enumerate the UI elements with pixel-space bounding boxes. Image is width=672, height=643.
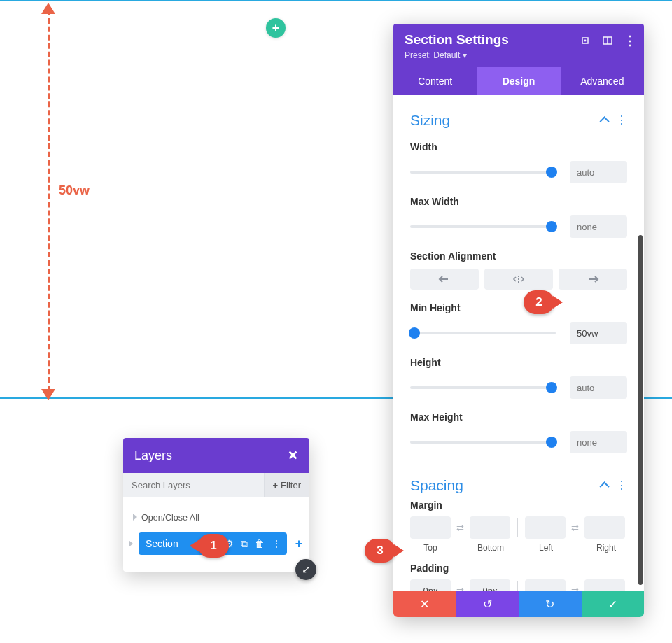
min-height-label: Min Height — [410, 302, 627, 313]
padding-bottom-input[interactable] — [470, 579, 510, 591]
filter-button[interactable]: +Filter — [264, 473, 309, 497]
side-bottom: Bottom — [470, 543, 511, 553]
resize-handle[interactable]: ⤢ — [295, 559, 316, 580]
dimension-line — [48, 10, 50, 391]
panel-footer: ✕ ↺ ↻ ✓ — [393, 591, 644, 617]
more-icon[interactable]: ⋮ — [272, 538, 281, 550]
link-icon[interactable]: ⇄ — [570, 586, 580, 591]
section-settings-panel: Section Settings Preset: Default ▾ ⋮ Con… — [393, 24, 644, 617]
slider-thumb[interactable] — [546, 167, 557, 178]
more-icon[interactable]: ⋮ — [624, 35, 636, 46]
filter-label: Filter — [281, 480, 301, 490]
section-more-icon[interactable]: ⋮ — [616, 480, 627, 491]
padding-right-input[interactable] — [584, 579, 625, 591]
height-slider[interactable] — [410, 386, 556, 389]
height-label: Height — [410, 357, 627, 368]
layers-search-input[interactable] — [123, 473, 264, 497]
min-height-input[interactable] — [570, 322, 627, 344]
max-height-input[interactable] — [570, 431, 627, 453]
layers-title: Layers — [134, 448, 172, 463]
margin-left-input[interactable] — [525, 516, 566, 539]
max-width-label: Max Width — [410, 196, 627, 207]
slider-thumb[interactable] — [546, 221, 557, 232]
min-height-slider[interactable] — [410, 332, 556, 334]
duplicate-icon[interactable]: ⧉ — [241, 538, 248, 550]
margin-bottom-input[interactable] — [470, 516, 510, 539]
side-top: Top — [410, 543, 451, 553]
slider-thumb[interactable] — [546, 437, 557, 448]
cancel-button[interactable]: ✕ — [393, 591, 456, 617]
arrowhead-up-icon — [41, 3, 55, 14]
align-center-button[interactable] — [484, 269, 553, 290]
spacing-heading[interactable]: Spacing — [410, 477, 463, 494]
link-icon[interactable]: ⇄ — [570, 523, 580, 533]
align-right-button[interactable] — [559, 269, 627, 290]
margin-top-input[interactable] — [410, 516, 451, 539]
align-left-button[interactable] — [410, 269, 479, 290]
callout-1: 1 — [198, 534, 229, 558]
confirm-button[interactable]: ✓ — [582, 591, 645, 617]
collapse-icon[interactable] — [602, 115, 609, 126]
panel-preset[interactable]: Preset: Default ▾ — [405, 50, 633, 60]
layers-header[interactable]: Layers ✕ — [123, 438, 309, 473]
callout-3: 3 — [365, 539, 396, 563]
tab-design[interactable]: Design — [477, 67, 560, 95]
callout-2: 2 — [524, 290, 554, 314]
triangle-icon — [133, 513, 137, 523]
slider-thumb[interactable] — [409, 327, 420, 339]
max-width-input[interactable] — [570, 215, 627, 238]
columns-icon[interactable] — [602, 35, 613, 46]
open-close-label: Open/Close All — [141, 513, 200, 523]
link-icon[interactable]: ⇄ — [455, 523, 465, 533]
expand-icon[interactable] — [580, 35, 591, 46]
padding-top-input[interactable] — [410, 579, 451, 591]
svg-point-1 — [584, 40, 587, 42]
redo-button[interactable]: ↻ — [519, 591, 582, 617]
sizing-heading[interactable]: Sizing — [410, 112, 450, 129]
open-close-all[interactable]: Open/Close All — [127, 509, 305, 532]
max-width-slider[interactable] — [410, 225, 556, 228]
panel-tabs: Content Design Advanced — [393, 67, 644, 95]
collapse-icon[interactable] — [602, 480, 609, 491]
max-height-slider[interactable] — [410, 441, 556, 444]
add-section-button[interactable]: + — [266, 18, 286, 38]
padding-left-input[interactable] — [525, 579, 566, 591]
side-right: Right — [586, 543, 626, 553]
width-label: Width — [410, 141, 627, 153]
slider-thumb[interactable] — [546, 382, 557, 393]
trash-icon[interactable]: 🗑 — [255, 538, 265, 550]
divider — [517, 518, 518, 537]
section-more-icon[interactable]: ⋮ — [616, 115, 627, 126]
triangle-icon[interactable] — [129, 538, 133, 549]
add-layer-button[interactable]: + — [293, 537, 305, 551]
width-input[interactable] — [570, 161, 627, 183]
height-input[interactable] — [570, 376, 627, 399]
tab-content[interactable]: Content — [393, 67, 477, 95]
margin-label: Margin — [410, 500, 627, 511]
arrowhead-down-icon — [41, 389, 55, 400]
scrollbar[interactable] — [638, 235, 643, 585]
undo-button[interactable]: ↺ — [456, 591, 519, 617]
side-left: Left — [526, 543, 566, 553]
tab-advanced[interactable]: Advanced — [561, 67, 644, 95]
padding-label: Padding — [410, 563, 627, 574]
close-icon[interactable]: ✕ — [288, 448, 298, 463]
divider — [517, 581, 518, 591]
dimension-label: 50vw — [59, 183, 90, 198]
panel-header[interactable]: Section Settings Preset: Default ▾ ⋮ — [393, 24, 644, 67]
max-height-label: Max Height — [410, 411, 627, 423]
link-icon[interactable]: ⇄ — [455, 586, 465, 591]
section-alignment-label: Section Alignment — [410, 250, 627, 262]
width-slider[interactable] — [410, 171, 556, 174]
layer-item-label: Section — [146, 538, 178, 549]
margin-right-input[interactable] — [584, 516, 625, 539]
